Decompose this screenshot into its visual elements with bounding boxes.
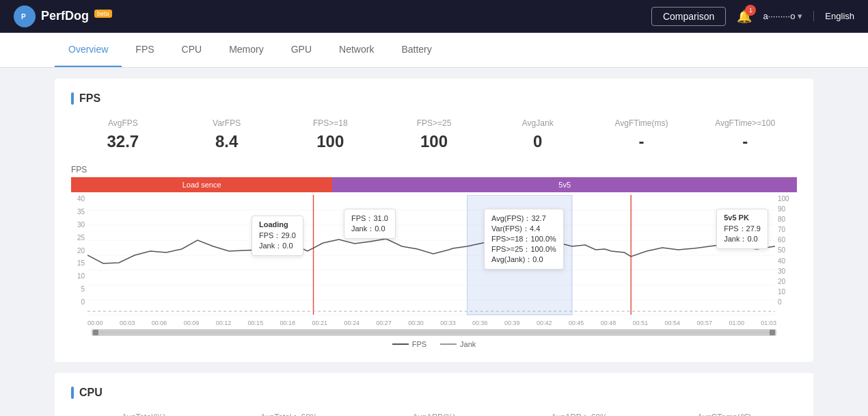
legend-fps-label: FPS [412,340,426,348]
segment-5v5: 5v5 [332,177,797,192]
stat-avgctemp-label: AvgCTemp(℃) [652,413,797,416]
y-axis-right: 1009080706050403020100 [778,195,797,318]
stat-avgjank-label: AvgJank [486,118,590,128]
fps-chart-wrapper: Load sence 5v5 4035302520151050 [71,177,797,348]
main-content: FPS AvgFPS 32.7 VarFPS 8.4 FPS>=18 100 F… [0,68,868,416]
stat-avgftime-value: - [590,132,694,151]
scrollbar-left-handle[interactable] [93,330,98,335]
comparison-button[interactable]: Comparison [651,7,726,26]
stat-fps25-value: 100 [382,132,486,151]
stat-fps25-label: FPS>=25 [382,118,486,128]
tooltip-loading-title: Loading [259,220,296,229]
language-selector[interactable]: English [813,11,854,21]
nav-bar: Overview FPS CPU Memory GPU Network Batt… [0,33,868,68]
tooltip-fps31-jank: Jank：0.0 [351,224,388,234]
fps-chart-svg [87,195,775,318]
stat-avgtotal60: AvgTotal<=60% [216,413,361,416]
chart-scrollbar[interactable] [92,329,776,336]
chart-main-area: 4035302520151050 [71,195,797,318]
tooltip-avg: Avg(FPS)：32.7 Var(FPS)：4.4 FPS>=18：100.0… [484,209,564,270]
fps-stats-row: AvgFPS 32.7 VarFPS 8.4 FPS>=18 100 FPS>=… [71,118,797,151]
chevron-down-icon: ▾ [798,11,802,21]
nav-item-overview[interactable]: Overview [55,33,122,67]
legend-jank-label: Jank [460,340,476,348]
tooltip-pk-title: 5v5 PK [724,213,761,222]
legend-jank-line [440,343,457,345]
segment-bar: Load sence 5v5 [71,177,797,192]
stat-avgftime100-value: - [693,132,797,151]
stat-avgjank-value: 0 [486,132,590,151]
chart-fps-label: FPS [71,165,797,174]
logo-area: P PerfDog beta [14,5,112,27]
scrollbar-right-handle[interactable] [770,330,775,335]
nav-item-gpu[interactable]: GPU [277,33,325,67]
cpu-title-bar-icon [71,387,74,399]
stat-fps18-value: 100 [278,132,382,151]
stat-avgapp60-label: AvgAPP<=60% [506,413,651,416]
tooltip-loading: Loading FPS：29.0 Jank：0.0 [252,216,303,256]
app-header: P PerfDog beta Comparison 🔔 1 a·········… [0,0,868,33]
scrollbar-track [92,330,776,335]
nav-item-cpu[interactable]: CPU [168,33,216,67]
beta-badge: beta [94,10,112,18]
tooltip-5v5pk: 5v5 PK FPS：27.9 Jank：0.0 [716,209,768,249]
language-label: English [825,11,854,21]
stat-avgftime100: AvgFTime>=100 - [693,118,797,151]
cpu-section: CPU AvgTotal(%) AvgTotal<=60% AvgAPP(%) … [55,373,813,416]
tooltip-avgjank: Avg(Jank)：0.0 [491,255,556,265]
header-right: Comparison 🔔 1 a·········o ▾ English [651,7,854,26]
stat-avgfps: AvgFPS 32.7 [71,118,175,151]
stat-avgfps-label: AvgFPS [71,118,175,128]
stat-avgtotal60-label: AvgTotal<=60% [216,413,361,416]
tooltip-avg-fps: Avg(FPS)：32.7 [491,213,556,224]
stat-fps25: FPS>=25 100 [382,118,486,151]
tooltip-fps25: FPS>=25：100.0% [491,244,556,255]
x-axis-ticks: 00:0000:0300:0600:0900:1200:1500:1800:21… [71,318,797,326]
stat-varfps: VarFPS 8.4 [175,118,279,151]
nav-item-memory[interactable]: Memory [215,33,277,67]
logo-text: PerfDog [41,9,89,23]
notification-badge: 1 [745,5,756,16]
tooltip-loading-jank: Jank：0.0 [259,241,296,251]
stat-avgftime: AvgFTime(ms) - [590,118,694,151]
fps-section-title: FPS [71,92,797,105]
tooltip-var-fps: Var(FPS)：4.4 [491,224,556,234]
stat-varfps-value: 8.4 [175,132,279,151]
stat-avgapp60: AvgAPP<=60% [506,413,651,416]
nav-item-network[interactable]: Network [325,33,388,67]
tooltip-fps31: FPS：31.0 Jank：0.0 [344,209,396,239]
fps-title-text: FPS [79,92,100,105]
legend-fps: FPS [392,340,426,348]
logo-icon: P [14,5,36,27]
nav-item-battery[interactable]: Battery [388,33,445,67]
cpu-section-title: CPU [71,387,797,399]
stat-fps18-label: FPS>=18 [278,118,382,128]
stat-varfps-label: VarFPS [175,118,279,128]
nav-item-fps[interactable]: FPS [122,33,167,67]
fps-section: FPS AvgFPS 32.7 VarFPS 8.4 FPS>=18 100 F… [55,79,813,362]
stat-avgftime100-label: AvgFTime>=100 [693,118,797,128]
stat-fps18: FPS>=18 100 [278,118,382,151]
stat-avgftime-label: AvgFTime(ms) [590,118,694,128]
legend-jank: Jank [440,340,476,348]
stat-avgapp: AvgAPP(%) [362,413,506,416]
chart-svg-container[interactable]: Loading FPS：29.0 Jank：0.0 FPS：31.0 Jank：… [87,195,775,318]
stat-avgfps-value: 32.7 [71,132,175,151]
notification-area[interactable]: 🔔 1 [737,9,752,24]
cpu-title-text: CPU [79,387,103,399]
tooltip-loading-fps: FPS：29.0 [259,231,296,241]
svg-text:P: P [21,13,26,21]
stat-avgapp-label: AvgAPP(%) [362,413,506,416]
tooltip-pk-jank: Jank：0.0 [724,234,761,244]
user-area[interactable]: a·········o ▾ [763,11,802,21]
y-axis-left: 4035302520151050 [71,195,85,318]
chart-legend: FPS Jank [71,340,797,348]
title-bar-icon [71,92,74,105]
tooltip-fps18: FPS>=18：100.0% [491,234,556,244]
tooltip-pk-fps: FPS：27.9 [724,224,761,234]
user-label: a·········o [763,11,795,21]
legend-fps-line [392,343,409,345]
stat-avgctemp: AvgCTemp(℃) [652,413,797,416]
tooltip-fps31-fps: FPS：31.0 [351,213,388,224]
cpu-stats-row: AvgTotal(%) AvgTotal<=60% AvgAPP(%) AvgA… [71,413,797,416]
